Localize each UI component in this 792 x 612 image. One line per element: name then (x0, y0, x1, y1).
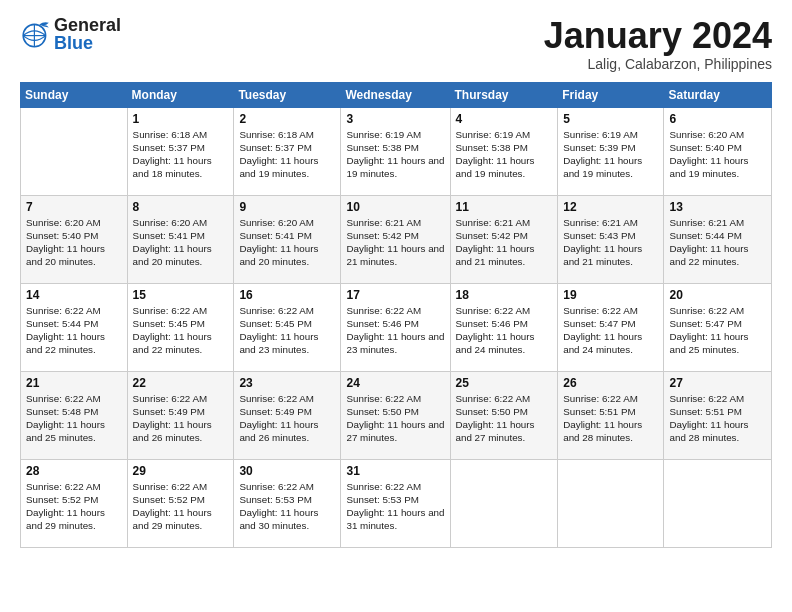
day-number: 27 (669, 376, 766, 390)
calendar-table: Sunday Monday Tuesday Wednesday Thursday… (20, 82, 772, 548)
day-cell: 6 Sunrise: 6:20 AMSunset: 5:40 PMDayligh… (664, 107, 772, 195)
page: General Blue January 2024 Lalig, Calabar… (0, 0, 792, 612)
day-cell (21, 107, 128, 195)
day-cell (558, 459, 664, 547)
logo-words: General Blue (54, 16, 121, 52)
day-cell: 5 Sunrise: 6:19 AMSunset: 5:39 PMDayligh… (558, 107, 664, 195)
day-cell (664, 459, 772, 547)
day-number: 22 (133, 376, 229, 390)
day-cell: 23 Sunrise: 6:22 AMSunset: 5:49 PMDaylig… (234, 371, 341, 459)
day-detail: Sunrise: 6:21 AMSunset: 5:42 PMDaylight:… (456, 216, 553, 269)
week-row-2: 7 Sunrise: 6:20 AMSunset: 5:40 PMDayligh… (21, 195, 772, 283)
day-number: 16 (239, 288, 335, 302)
header-sunday: Sunday (21, 82, 128, 107)
week-row-1: 1 Sunrise: 6:18 AMSunset: 5:37 PMDayligh… (21, 107, 772, 195)
day-detail: Sunrise: 6:18 AMSunset: 5:37 PMDaylight:… (239, 128, 335, 181)
day-detail: Sunrise: 6:20 AMSunset: 5:41 PMDaylight:… (133, 216, 229, 269)
day-detail: Sunrise: 6:19 AMSunset: 5:39 PMDaylight:… (563, 128, 658, 181)
day-number: 29 (133, 464, 229, 478)
day-number: 7 (26, 200, 122, 214)
day-detail: Sunrise: 6:22 AMSunset: 5:49 PMDaylight:… (133, 392, 229, 445)
day-detail: Sunrise: 6:22 AMSunset: 5:45 PMDaylight:… (239, 304, 335, 357)
day-detail: Sunrise: 6:22 AMSunset: 5:49 PMDaylight:… (239, 392, 335, 445)
header-tuesday: Tuesday (234, 82, 341, 107)
day-cell: 30 Sunrise: 6:22 AMSunset: 5:53 PMDaylig… (234, 459, 341, 547)
header-thursday: Thursday (450, 82, 558, 107)
day-detail: Sunrise: 6:20 AMSunset: 5:41 PMDaylight:… (239, 216, 335, 269)
logo-general-text: General (54, 16, 121, 34)
day-cell: 9 Sunrise: 6:20 AMSunset: 5:41 PMDayligh… (234, 195, 341, 283)
day-detail: Sunrise: 6:21 AMSunset: 5:44 PMDaylight:… (669, 216, 766, 269)
day-cell: 25 Sunrise: 6:22 AMSunset: 5:50 PMDaylig… (450, 371, 558, 459)
day-cell: 22 Sunrise: 6:22 AMSunset: 5:49 PMDaylig… (127, 371, 234, 459)
day-detail: Sunrise: 6:22 AMSunset: 5:46 PMDaylight:… (346, 304, 444, 357)
day-number: 14 (26, 288, 122, 302)
day-detail: Sunrise: 6:22 AMSunset: 5:53 PMDaylight:… (346, 480, 444, 533)
day-cell: 11 Sunrise: 6:21 AMSunset: 5:42 PMDaylig… (450, 195, 558, 283)
day-detail: Sunrise: 6:22 AMSunset: 5:51 PMDaylight:… (669, 392, 766, 445)
day-number: 19 (563, 288, 658, 302)
day-detail: Sunrise: 6:22 AMSunset: 5:44 PMDaylight:… (26, 304, 122, 357)
day-number: 15 (133, 288, 229, 302)
day-number: 11 (456, 200, 553, 214)
day-detail: Sunrise: 6:20 AMSunset: 5:40 PMDaylight:… (669, 128, 766, 181)
location-subtitle: Lalig, Calabarzon, Philippines (544, 56, 772, 72)
day-detail: Sunrise: 6:19 AMSunset: 5:38 PMDaylight:… (456, 128, 553, 181)
day-cell: 15 Sunrise: 6:22 AMSunset: 5:45 PMDaylig… (127, 283, 234, 371)
day-number: 23 (239, 376, 335, 390)
day-detail: Sunrise: 6:22 AMSunset: 5:52 PMDaylight:… (133, 480, 229, 533)
day-number: 3 (346, 112, 444, 126)
day-number: 1 (133, 112, 229, 126)
week-row-3: 14 Sunrise: 6:22 AMSunset: 5:44 PMDaylig… (21, 283, 772, 371)
day-detail: Sunrise: 6:22 AMSunset: 5:45 PMDaylight:… (133, 304, 229, 357)
day-cell: 3 Sunrise: 6:19 AMSunset: 5:38 PMDayligh… (341, 107, 450, 195)
day-number: 28 (26, 464, 122, 478)
day-cell (450, 459, 558, 547)
day-detail: Sunrise: 6:22 AMSunset: 5:48 PMDaylight:… (26, 392, 122, 445)
day-number: 13 (669, 200, 766, 214)
header-monday: Monday (127, 82, 234, 107)
day-number: 30 (239, 464, 335, 478)
day-number: 17 (346, 288, 444, 302)
day-number: 25 (456, 376, 553, 390)
day-number: 20 (669, 288, 766, 302)
day-number: 18 (456, 288, 553, 302)
day-cell: 26 Sunrise: 6:22 AMSunset: 5:51 PMDaylig… (558, 371, 664, 459)
day-number: 31 (346, 464, 444, 478)
day-detail: Sunrise: 6:21 AMSunset: 5:43 PMDaylight:… (563, 216, 658, 269)
day-detail: Sunrise: 6:22 AMSunset: 5:52 PMDaylight:… (26, 480, 122, 533)
day-cell: 19 Sunrise: 6:22 AMSunset: 5:47 PMDaylig… (558, 283, 664, 371)
day-detail: Sunrise: 6:22 AMSunset: 5:46 PMDaylight:… (456, 304, 553, 357)
day-number: 10 (346, 200, 444, 214)
day-number: 21 (26, 376, 122, 390)
logo-icon (20, 18, 52, 50)
day-cell: 29 Sunrise: 6:22 AMSunset: 5:52 PMDaylig… (127, 459, 234, 547)
day-number: 8 (133, 200, 229, 214)
day-number: 26 (563, 376, 658, 390)
day-detail: Sunrise: 6:22 AMSunset: 5:53 PMDaylight:… (239, 480, 335, 533)
day-cell: 8 Sunrise: 6:20 AMSunset: 5:41 PMDayligh… (127, 195, 234, 283)
day-cell: 7 Sunrise: 6:20 AMSunset: 5:40 PMDayligh… (21, 195, 128, 283)
day-detail: Sunrise: 6:21 AMSunset: 5:42 PMDaylight:… (346, 216, 444, 269)
day-number: 5 (563, 112, 658, 126)
week-row-5: 28 Sunrise: 6:22 AMSunset: 5:52 PMDaylig… (21, 459, 772, 547)
day-cell: 31 Sunrise: 6:22 AMSunset: 5:53 PMDaylig… (341, 459, 450, 547)
day-detail: Sunrise: 6:22 AMSunset: 5:47 PMDaylight:… (563, 304, 658, 357)
day-number: 2 (239, 112, 335, 126)
day-cell: 21 Sunrise: 6:22 AMSunset: 5:48 PMDaylig… (21, 371, 128, 459)
day-detail: Sunrise: 6:22 AMSunset: 5:47 PMDaylight:… (669, 304, 766, 357)
month-title: January 2024 (544, 16, 772, 56)
day-cell: 13 Sunrise: 6:21 AMSunset: 5:44 PMDaylig… (664, 195, 772, 283)
logo-blue-text: Blue (54, 34, 121, 52)
day-number: 9 (239, 200, 335, 214)
day-detail: Sunrise: 6:22 AMSunset: 5:51 PMDaylight:… (563, 392, 658, 445)
day-detail: Sunrise: 6:22 AMSunset: 5:50 PMDaylight:… (346, 392, 444, 445)
day-detail: Sunrise: 6:22 AMSunset: 5:50 PMDaylight:… (456, 392, 553, 445)
header-wednesday: Wednesday (341, 82, 450, 107)
day-detail: Sunrise: 6:20 AMSunset: 5:40 PMDaylight:… (26, 216, 122, 269)
header-saturday: Saturday (664, 82, 772, 107)
day-cell: 24 Sunrise: 6:22 AMSunset: 5:50 PMDaylig… (341, 371, 450, 459)
day-number: 6 (669, 112, 766, 126)
day-cell: 16 Sunrise: 6:22 AMSunset: 5:45 PMDaylig… (234, 283, 341, 371)
header-friday: Friday (558, 82, 664, 107)
